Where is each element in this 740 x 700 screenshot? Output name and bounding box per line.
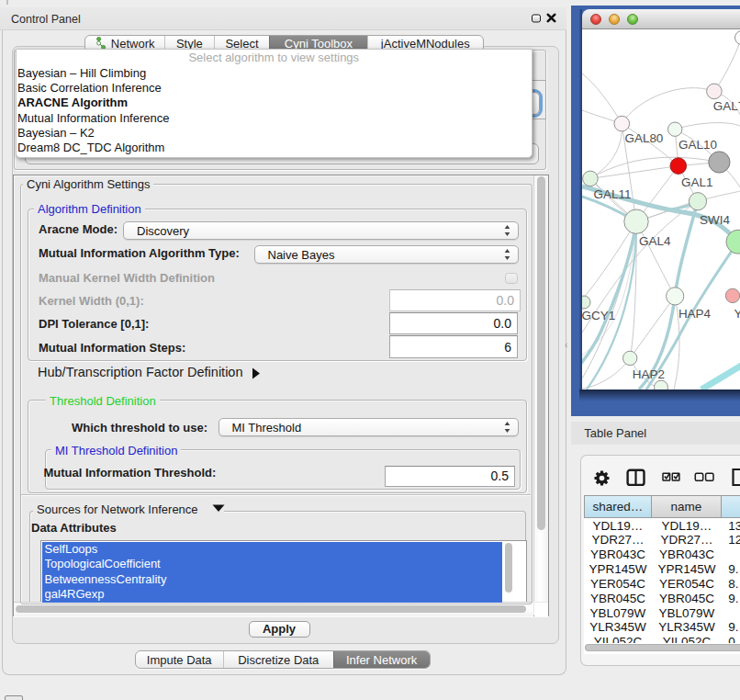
- svg-text:Y: Y: [734, 307, 740, 321]
- svg-text:GCY1: GCY1: [582, 309, 615, 322]
- svg-text:GAL7: GAL7: [713, 99, 740, 113]
- svg-text:GAL10: GAL10: [678, 138, 717, 152]
- svg-text:HAP2: HAP2: [633, 367, 665, 381]
- svg-text:SWI4: SWI4: [700, 213, 730, 227]
- svg-text:GAL80: GAL80: [624, 131, 663, 145]
- svg-text:GAL1: GAL1: [681, 175, 712, 188]
- svg-text:GAL11: GAL11: [594, 186, 632, 200]
- svg-text:GAL4: GAL4: [639, 233, 671, 247]
- svg-text:HAP4: HAP4: [678, 307, 712, 321]
